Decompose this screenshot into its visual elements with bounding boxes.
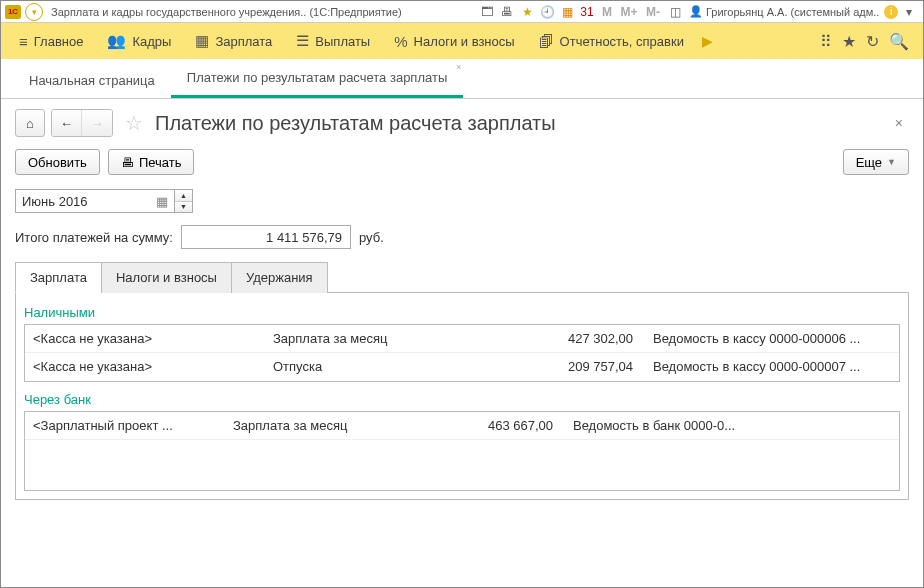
- nav-group: ← →: [51, 109, 113, 137]
- period-field[interactable]: Июнь 2016 ▦: [15, 189, 175, 213]
- memory-m-icon[interactable]: M: [598, 3, 616, 21]
- more-button[interactable]: Еще▼: [843, 149, 909, 175]
- tab-payments-report[interactable]: Платежи по результатам расчета зарплаты …: [171, 58, 463, 98]
- refresh-button[interactable]: Обновить: [15, 149, 100, 175]
- panel-icon[interactable]: ◫: [666, 3, 684, 21]
- user-icon: 👤: [689, 5, 703, 18]
- cash-grid[interactable]: <Касса не указана> Зарплата за месяц 427…: [24, 324, 900, 382]
- info-icon[interactable]: i: [884, 5, 898, 19]
- menu-icon: ≡: [19, 33, 28, 50]
- salary-panel: Наличными <Касса не указана> Зарплата за…: [15, 293, 909, 500]
- nav-personnel[interactable]: 👥Кадры: [97, 28, 181, 54]
- tab-deductions[interactable]: Удержания: [231, 262, 328, 293]
- currency-label: руб.: [359, 230, 384, 245]
- logo-1c-icon: 1C: [5, 5, 21, 19]
- apps-icon[interactable]: ⠿: [820, 32, 832, 51]
- printer-icon: 🖶: [121, 155, 134, 170]
- main-toolbar: ≡Главное 👥Кадры ▦Зарплата ☰Выплаты %Нало…: [1, 23, 923, 59]
- history-right-icon[interactable]: ↻: [866, 32, 879, 51]
- page-tabs: Начальная страница Платежи по результата…: [1, 59, 923, 99]
- history-icon[interactable]: 🕘: [538, 3, 556, 21]
- calendar-icon[interactable]: 31: [578, 3, 596, 21]
- nav-salary[interactable]: ▦Зарплата: [185, 28, 282, 54]
- total-value-field: 1 411 576,79: [181, 225, 351, 249]
- page-title: Платежи по результатам расчета зарплаты: [155, 112, 556, 135]
- favorite-toggle-icon[interactable]: ☆: [125, 111, 143, 135]
- action-row: Обновить 🖶Печать Еще▼: [15, 149, 909, 175]
- tab-close-icon[interactable]: ×: [456, 62, 461, 72]
- tab-taxes[interactable]: Налоги и взносы: [101, 262, 232, 293]
- stack-icon: ☰: [296, 32, 309, 50]
- percent-icon: %: [394, 33, 407, 50]
- total-label: Итого платежей на сумму:: [15, 230, 173, 245]
- memory-mplus-icon[interactable]: M+: [618, 3, 640, 21]
- total-row: Итого платежей на сумму: 1 411 576,79 ру…: [15, 225, 909, 249]
- caret-down-icon: ▼: [887, 157, 896, 167]
- table-row[interactable]: <Зарплатный проект ... Зарплата за месяц…: [25, 412, 899, 440]
- close-page-button[interactable]: ×: [889, 111, 909, 135]
- bank-grid[interactable]: <Зарплатный проект ... Зарплата за месяц…: [24, 411, 900, 491]
- content-area: ⌂ ← → ☆ Платежи по результатам расчета з…: [1, 99, 923, 510]
- bank-section-label: Через банк: [24, 392, 900, 407]
- header-row: ⌂ ← → ☆ Платежи по результатам расчета з…: [15, 109, 909, 137]
- tab-salary[interactable]: Зарплата: [15, 262, 102, 293]
- table-row[interactable]: <Касса не указана> Зарплата за месяц 427…: [25, 325, 899, 353]
- calendar-picker-icon[interactable]: ▦: [156, 194, 168, 209]
- document-icon: 🗐: [539, 33, 554, 50]
- spinner-up-button[interactable]: ▲: [175, 190, 192, 202]
- user-label[interactable]: 👤Григорьянц А.А. (системный адм...: [689, 5, 879, 18]
- nav-taxes[interactable]: %Налоги и взносы: [384, 29, 524, 54]
- memory-mminus-icon[interactable]: M-: [642, 3, 664, 21]
- cash-section-label: Наличными: [24, 305, 900, 320]
- tab-start-page[interactable]: Начальная страница: [13, 61, 171, 98]
- back-button[interactable]: ←: [52, 110, 82, 136]
- print-button[interactable]: 🖶Печать: [108, 149, 195, 175]
- nav-main[interactable]: ≡Главное: [9, 29, 93, 54]
- period-row: Июнь 2016 ▦ ▲ ▼: [15, 189, 909, 213]
- print-preview-icon[interactable]: 🗔: [478, 3, 496, 21]
- calculator-icon[interactable]: ▦: [558, 3, 576, 21]
- minimize-icon[interactable]: ▾: [900, 3, 918, 21]
- search-icon[interactable]: 🔍: [889, 32, 909, 51]
- home-button[interactable]: ⌂: [15, 109, 45, 137]
- overflow-arrow-icon[interactable]: ▶: [698, 33, 717, 49]
- period-spinner: ▲ ▼: [175, 189, 193, 213]
- inner-tabs: Зарплата Налоги и взносы Удержания: [15, 261, 909, 293]
- title-bar: 1C ▾ Зарплата и кадры государственного у…: [1, 1, 923, 23]
- print-icon[interactable]: 🖶: [498, 3, 516, 21]
- star-icon[interactable]: ★: [842, 32, 856, 51]
- nav-reports[interactable]: 🗐Отчетность, справки: [529, 29, 694, 54]
- favorite-icon[interactable]: ★: [518, 3, 536, 21]
- forward-button[interactable]: →: [82, 110, 112, 136]
- people-icon: 👥: [107, 32, 126, 50]
- app-title: Зарплата и кадры государственного учрежд…: [51, 6, 402, 18]
- grid-icon: ▦: [195, 32, 209, 50]
- table-row[interactable]: <Касса не указана> Отпуска 209 757,04 Ве…: [25, 353, 899, 380]
- dropdown-icon[interactable]: ▾: [25, 3, 43, 21]
- nav-payments[interactable]: ☰Выплаты: [286, 28, 380, 54]
- spinner-down-button[interactable]: ▼: [175, 202, 192, 213]
